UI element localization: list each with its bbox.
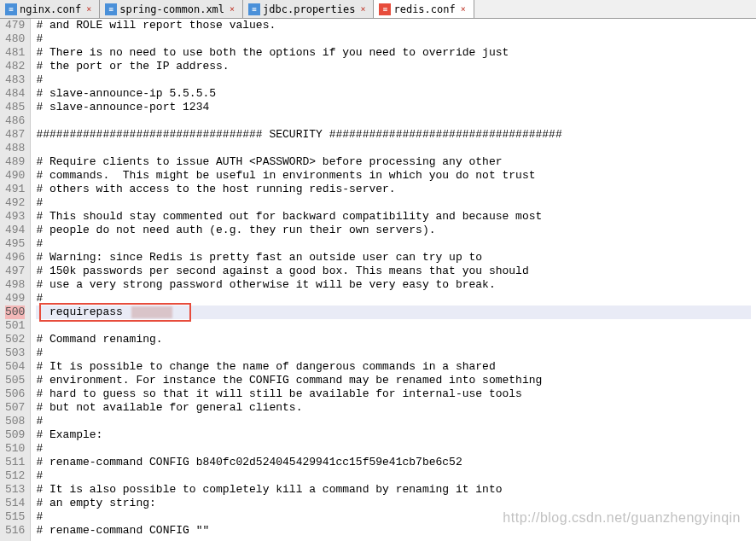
code-line: # Example:	[36, 428, 751, 442]
file-icon: ≡	[105, 3, 117, 15]
line-number: 493	[5, 210, 25, 224]
code-line: #	[36, 469, 751, 483]
tab-jdbc-properties[interactable]: ≡jdbc.properties×	[243, 0, 374, 18]
line-number: 480	[5, 32, 25, 46]
code-line: requirepass	[36, 305, 751, 319]
line-number: 508	[5, 415, 25, 428]
code-line: # There is no need to use both the optio…	[36, 46, 751, 60]
code-content[interactable]: # and ROLE will report those values.## T…	[31, 19, 756, 541]
line-number: 504	[5, 360, 25, 374]
code-line: #	[36, 510, 751, 524]
code-line: ################################## SECUR…	[36, 128, 751, 142]
close-icon[interactable]: ×	[458, 4, 468, 15]
line-number: 491	[5, 183, 25, 196]
code-line	[36, 319, 751, 333]
code-line: # rename-command CONFIG ""	[36, 524, 751, 538]
tab-label: spring-common.xml	[119, 3, 224, 15]
code-line	[36, 142, 751, 155]
code-line: # rename-command CONFIG b840fc02d5240454…	[36, 456, 751, 469]
line-number: 498	[5, 278, 25, 292]
editor-area: 4794804814824834844854864874884894904914…	[0, 19, 756, 541]
line-number: 503	[5, 346, 25, 360]
code-line: # the port or the IP address.	[36, 60, 751, 73]
line-number: 513	[5, 483, 25, 497]
code-line: # Require clients to issue AUTH <PASSWOR…	[36, 155, 751, 169]
line-number: 515	[5, 510, 25, 524]
tab-nginx-conf[interactable]: ≡nginx.conf×	[0, 0, 100, 18]
line-number-gutter: 4794804814824834844854864874884894904914…	[0, 19, 31, 541]
code-line: #	[36, 196, 751, 210]
code-line: #	[36, 32, 751, 46]
close-icon[interactable]: ×	[84, 4, 94, 15]
line-number: 496	[5, 251, 25, 265]
tab-label: redis.conf	[393, 3, 455, 15]
code-line: #	[36, 292, 751, 305]
code-line: # commands. This might be useful in envi…	[36, 169, 751, 183]
code-line: # slave-announce-port 1234	[36, 101, 751, 114]
line-number: 479	[5, 19, 25, 32]
line-number: 486	[5, 114, 25, 128]
code-line: # slave-announce-ip 5.5.5.5	[36, 87, 751, 101]
line-number: 509	[5, 428, 25, 442]
line-number: 502	[5, 333, 25, 346]
code-line: # Warning: since Redis is pretty fast an…	[36, 251, 751, 265]
line-number: 481	[5, 46, 25, 60]
code-line: # It is possible to change the name of d…	[36, 360, 751, 374]
line-number: 507	[5, 401, 25, 415]
line-number: 484	[5, 87, 25, 101]
tab-spring-common-xml[interactable]: ≡spring-common.xml×	[100, 0, 243, 18]
line-number: 487	[5, 128, 25, 142]
code-line: # but not available for general clients.	[36, 401, 751, 415]
line-number: 495	[5, 237, 25, 251]
line-number: 511	[5, 456, 25, 469]
line-number: 485	[5, 101, 25, 114]
code-line: # This should stay commented out for bac…	[36, 210, 751, 224]
file-icon: ≡	[5, 3, 17, 15]
code-line: #	[36, 442, 751, 456]
close-icon[interactable]: ×	[227, 4, 237, 15]
code-line: #	[36, 73, 751, 87]
code-line: # and ROLE will report those values.	[36, 19, 751, 32]
line-number: 490	[5, 169, 25, 183]
line-number: 489	[5, 155, 25, 169]
code-line: #	[36, 346, 751, 360]
code-line: # hard to guess so that it will still be…	[36, 387, 751, 401]
line-number: 514	[5, 497, 25, 510]
line-number: 499	[5, 292, 25, 305]
line-number: 512	[5, 469, 25, 483]
tab-label: nginx.conf	[20, 3, 81, 15]
editor-tabs: ≡nginx.conf×≡spring-common.xml×≡jdbc.pro…	[0, 0, 756, 19]
tab-label: jdbc.properties	[263, 3, 355, 15]
code-line: # others with access to the host running…	[36, 183, 751, 196]
code-line	[36, 114, 751, 128]
line-number: 500	[5, 305, 25, 319]
code-line: # environment. For instance the CONFIG c…	[36, 374, 751, 387]
line-number: 505	[5, 374, 25, 387]
code-line: # use a very strong password otherwise i…	[36, 278, 751, 292]
code-line: #	[36, 415, 751, 428]
code-line: # an empty string:	[36, 497, 751, 510]
line-number: 497	[5, 265, 25, 278]
code-line: # Command renaming.	[36, 333, 751, 346]
tab-redis-conf[interactable]: ≡redis.conf×	[374, 0, 474, 18]
close-icon[interactable]: ×	[358, 4, 368, 15]
code-line: # It is also possible to completely kill…	[36, 483, 751, 497]
line-number: 483	[5, 73, 25, 87]
line-number: 516	[5, 524, 25, 538]
line-number: 482	[5, 60, 25, 73]
code-line: #	[36, 237, 751, 251]
line-number: 488	[5, 142, 25, 155]
code-line: # 150k passwords per second against a go…	[36, 265, 751, 278]
line-number: 501	[5, 319, 25, 333]
line-number: 494	[5, 224, 25, 237]
line-number: 492	[5, 196, 25, 210]
line-number: 510	[5, 442, 25, 456]
line-number: 506	[5, 387, 25, 401]
code-line: # people do not need auth (e.g. they run…	[36, 224, 751, 237]
file-icon: ≡	[248, 3, 260, 15]
file-icon: ≡	[379, 3, 391, 15]
redacted-password	[131, 306, 172, 318]
